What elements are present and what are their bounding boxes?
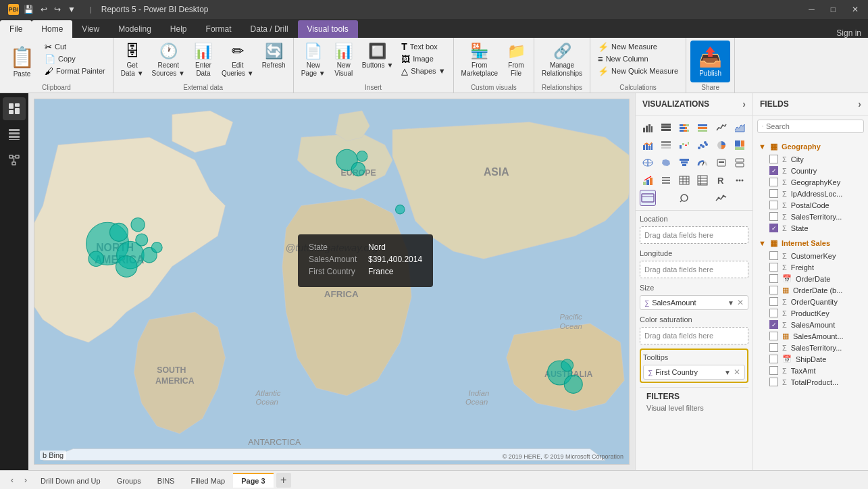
recent-sources-button[interactable]: 🕐 RecentSources ▼ bbox=[149, 41, 188, 81]
redo-btn[interactable]: ↪ bbox=[52, 4, 63, 15]
sales-territory-2-checkbox[interactable] bbox=[769, 343, 778, 352]
size-dropdown-icon[interactable]: ▼ bbox=[727, 299, 734, 307]
tax-amt-checkbox[interactable] bbox=[769, 366, 778, 375]
tab-drill-down[interactable]: Drill Down and Up bbox=[32, 473, 109, 488]
maximize-btn[interactable]: □ bbox=[827, 3, 840, 16]
new-quick-measure-button[interactable]: ⚡ New Quick Measure bbox=[594, 65, 682, 77]
field-geography-key[interactable]: Σ GeographyKey bbox=[753, 176, 868, 188]
product-key-checkbox[interactable] bbox=[769, 309, 778, 317]
viz-table[interactable] bbox=[676, 172, 692, 188]
tab-home[interactable]: Home bbox=[32, 20, 72, 38]
viz-matrix[interactable] bbox=[694, 172, 711, 188]
geography-group-header[interactable]: ▼ ▦ Geography bbox=[753, 140, 868, 153]
tab-data-drill[interactable]: Data / Drill bbox=[241, 20, 298, 38]
field-sales-territory-2[interactable]: Σ SalesTerritory... bbox=[753, 342, 868, 353]
minimize-btn[interactable]: ─ bbox=[805, 3, 819, 16]
viz-column-chart[interactable] bbox=[658, 120, 674, 136]
viz-ribbon-chart[interactable] bbox=[658, 137, 674, 153]
viz-treemap[interactable] bbox=[732, 137, 748, 153]
city-checkbox[interactable] bbox=[769, 155, 778, 163]
tab-view[interactable]: View bbox=[72, 20, 109, 38]
viz-map[interactable] bbox=[640, 155, 656, 171]
field-customer-key[interactable]: Σ CustomerKey bbox=[753, 250, 868, 261]
viz-pie[interactable] bbox=[713, 137, 730, 153]
total-product-checkbox[interactable] bbox=[769, 378, 778, 386]
customer-key-checkbox[interactable] bbox=[769, 251, 778, 260]
viz-format-btn[interactable] bbox=[676, 190, 692, 206]
fields-search-box[interactable] bbox=[757, 120, 864, 133]
order-date-b-checkbox[interactable] bbox=[769, 286, 778, 294]
tab-page3[interactable]: Page 3 bbox=[233, 473, 273, 488]
viz-r-visual[interactable]: R bbox=[713, 172, 730, 188]
viz-gauge[interactable] bbox=[694, 155, 711, 171]
tab-format[interactable]: Format bbox=[197, 20, 241, 38]
report-view-btn[interactable] bbox=[3, 97, 26, 120]
from-file-button[interactable]: 📁 FromFile bbox=[503, 41, 530, 81]
tooltips-dropdown-icon[interactable]: ▼ bbox=[724, 369, 731, 376]
manage-relationships-button[interactable]: 🔗 ManageRelationships bbox=[538, 41, 586, 81]
viz-multirow-card[interactable] bbox=[732, 155, 748, 171]
get-data-button[interactable]: 🗄 GetData ▼ bbox=[118, 41, 147, 81]
edit-queries-button[interactable]: ✏ EditQueries ▼ bbox=[218, 41, 257, 81]
format-painter-button[interactable]: 🖌 Format Painter bbox=[41, 65, 109, 77]
publish-button[interactable]: 📤 Publish bbox=[690, 41, 730, 82]
sales-amount-checkbox[interactable]: ✓ bbox=[769, 320, 778, 329]
field-order-date[interactable]: 📅 OrderDate bbox=[753, 273, 868, 284]
viz-analytics-btn[interactable] bbox=[713, 190, 730, 206]
field-tax-amt[interactable]: Σ TaxAmt bbox=[753, 365, 868, 376]
postal-checkbox[interactable] bbox=[769, 201, 778, 209]
viz-100-bar[interactable] bbox=[694, 120, 711, 136]
field-postal-code[interactable]: Σ PostalCode bbox=[753, 199, 868, 211]
field-order-quantity[interactable]: Σ OrderQuantity bbox=[753, 296, 868, 307]
map-container[interactable]: NORTH AMERICA SOUTH AMERICA EUROPE AFRIC… bbox=[34, 99, 629, 464]
size-filled[interactable]: ∑ SalesAmount ▼ ✕ bbox=[640, 295, 748, 310]
field-ship-date[interactable]: 📅 ShipDate bbox=[753, 353, 868, 365]
viz-kpi[interactable] bbox=[640, 172, 656, 188]
country-checkbox[interactable]: ✓ bbox=[769, 166, 778, 175]
field-order-date-b[interactable]: ▦ OrderDate (b... bbox=[753, 284, 868, 296]
new-visual-button[interactable]: 📊 NewVisual bbox=[330, 41, 357, 81]
cut-button[interactable]: ✂ Cut bbox=[41, 41, 109, 53]
field-product-key[interactable]: Σ ProductKey bbox=[753, 307, 868, 319]
buttons-button[interactable]: 🔲 Buttons ▼ bbox=[359, 41, 397, 81]
field-city[interactable]: Σ City bbox=[753, 153, 868, 165]
tooltips-remove[interactable]: ✕ bbox=[734, 367, 740, 377]
tab-file[interactable]: File bbox=[0, 20, 32, 38]
viz-slicer[interactable] bbox=[658, 172, 674, 188]
tab-bins[interactable]: BINS bbox=[149, 473, 183, 488]
qa-dropdown[interactable]: ▼ bbox=[66, 4, 78, 15]
shapes-button[interactable]: △ Shapes ▼ bbox=[398, 65, 449, 77]
enter-data-button[interactable]: 📊 EnterData bbox=[190, 41, 217, 81]
tab-modeling[interactable]: Modeling bbox=[109, 20, 161, 38]
field-sales-amount-2[interactable]: ▦ SalesAmount... bbox=[753, 330, 868, 342]
tooltips-filled[interactable]: ∑ First Country ▼ ✕ bbox=[643, 365, 745, 380]
viz-more[interactable] bbox=[732, 172, 748, 188]
tab-nav-right[interactable]: › bbox=[19, 473, 32, 487]
sales-territory-checkbox[interactable] bbox=[769, 212, 778, 221]
field-total-product[interactable]: Σ TotalProduct... bbox=[753, 376, 868, 388]
refresh-button[interactable]: 🔄 Refresh bbox=[259, 41, 289, 81]
sales-amount-2-checkbox[interactable] bbox=[769, 332, 778, 340]
new-page-button[interactable]: 📄 NewPage ▼ bbox=[298, 41, 329, 81]
field-country[interactable]: ✓ Σ Country bbox=[753, 165, 868, 176]
viz-area-chart[interactable] bbox=[732, 120, 748, 136]
fields-search-input[interactable] bbox=[766, 122, 859, 130]
data-view-btn[interactable] bbox=[3, 123, 26, 146]
image-button[interactable]: 🖼 Image bbox=[398, 53, 449, 65]
model-view-btn[interactable] bbox=[3, 149, 26, 172]
color-sat-drop[interactable]: Drag data fields here bbox=[640, 327, 748, 344]
location-drop[interactable]: Drag data fields here bbox=[640, 226, 748, 244]
field-freight[interactable]: Σ Freight bbox=[753, 261, 868, 273]
paste-button[interactable]: 📋 Paste bbox=[4, 41, 40, 82]
sign-in-btn[interactable]: Sign in bbox=[829, 28, 868, 38]
viz-waterfall[interactable] bbox=[676, 137, 692, 153]
viz-card[interactable] bbox=[713, 155, 730, 171]
ip-checkbox[interactable] bbox=[769, 189, 778, 198]
tab-visual-tools[interactable]: Visual tools bbox=[298, 20, 358, 38]
order-quantity-checkbox[interactable] bbox=[769, 297, 778, 306]
viz-stacked-bar[interactable] bbox=[676, 120, 692, 136]
tab-help[interactable]: Help bbox=[161, 20, 197, 38]
close-btn[interactable]: ✕ bbox=[848, 3, 863, 16]
freight-checkbox[interactable] bbox=[769, 263, 778, 272]
save-btn[interactable]: 💾 bbox=[22, 4, 36, 15]
